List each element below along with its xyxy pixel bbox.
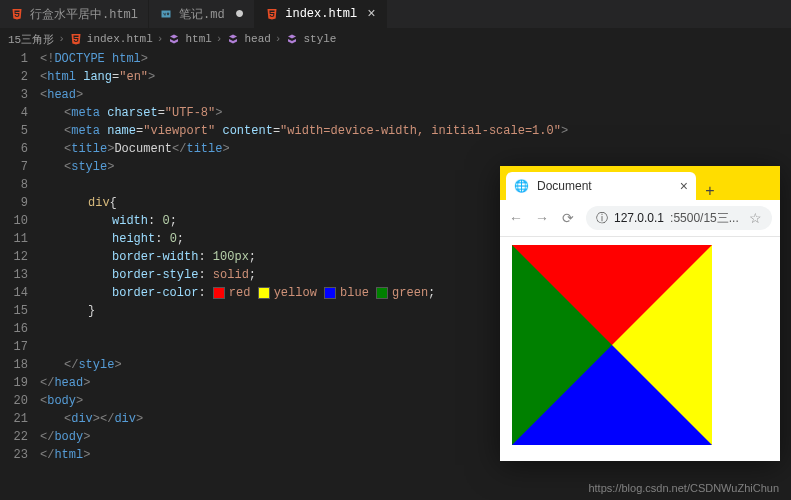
browser-tabstrip: 🌐 Document × + [500,166,780,200]
breadcrumb-item[interactable]: index.html [87,33,153,45]
breadcrumb-item[interactable]: html [185,33,211,45]
watermark: https://blog.csdn.net/CSDNWuZhiChun [588,482,779,494]
forward-button[interactable]: → [534,210,550,226]
breadcrumb-item[interactable]: head [244,33,270,45]
tab-file-2[interactable]: index.html × [255,0,386,28]
browser-toolbar: ← → ⟳ ⓘ 127.0.0.1:5500/15三... ☆ [500,200,780,237]
markdown-icon [159,7,173,21]
address-bar[interactable]: ⓘ 127.0.0.1:5500/15三... ☆ [586,206,772,230]
breadcrumb-item[interactable]: style [303,33,336,45]
chevron-right-icon: › [216,33,223,45]
symbol-icon [285,32,299,46]
breadcrumb: 15三角形 › index.html › html › head › style [0,28,791,50]
globe-icon: 🌐 [514,179,529,193]
rendered-div [512,245,712,445]
html5-icon [69,32,83,46]
browser-tab-title: Document [537,179,592,193]
chevron-right-icon: › [275,33,282,45]
symbol-icon [226,32,240,46]
star-icon[interactable]: ☆ [749,210,762,226]
modified-dot-icon: ● [235,6,245,22]
tab-label: 笔记.md [179,6,225,23]
browser-viewport [500,237,780,461]
url-host: 127.0.0.1 [614,211,664,225]
html5-icon [10,7,24,21]
chevron-right-icon: › [157,33,164,45]
close-icon[interactable]: × [367,7,375,21]
new-tab-button[interactable]: + [696,182,724,200]
symbol-icon [167,32,181,46]
browser-window: 🌐 Document × + ← → ⟳ ⓘ 127.0.0.1:5500/15… [500,166,780,461]
tab-label: 行盒水平居中.html [30,6,138,23]
info-icon: ⓘ [596,210,608,227]
reload-button[interactable]: ⟳ [560,210,576,226]
html5-icon [265,7,279,21]
browser-tab[interactable]: 🌐 Document × [506,172,696,200]
url-path: :5500/15三... [670,210,739,227]
line-gutter: 1234567891011121314151617181920212223 [0,50,40,464]
breadcrumb-item[interactable]: 15三角形 [8,32,54,47]
chevron-right-icon: › [58,33,65,45]
back-button[interactable]: ← [508,210,524,226]
tab-file-1[interactable]: 笔记.md ● [149,0,255,28]
editor-tabs: 行盒水平居中.html 笔记.md ● index.html × [0,0,791,28]
tab-file-0[interactable]: 行盒水平居中.html [0,0,149,28]
close-icon[interactable]: × [680,178,688,194]
tab-label: index.html [285,7,357,21]
